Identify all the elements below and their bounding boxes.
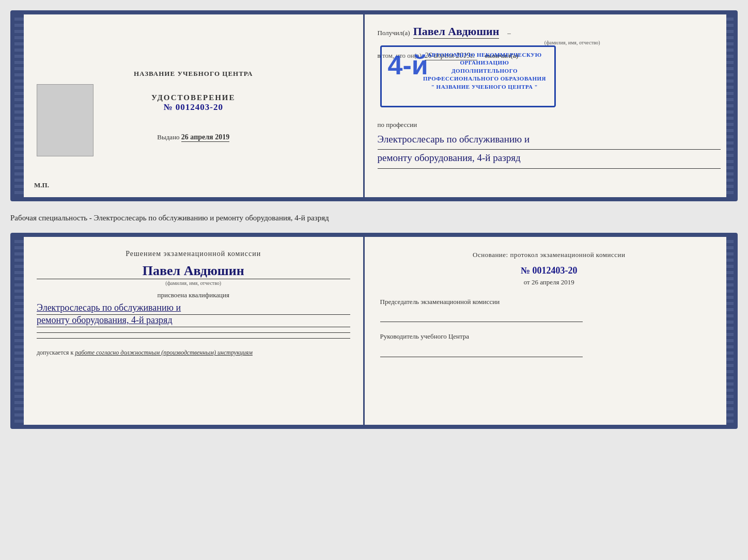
bottom-document: Решением экзаменационной комиссии Павел … [10, 233, 738, 429]
poluchil-line: Получил(а) Павел Авдюшин – [378, 25, 721, 39]
rukovoditel-signature-line [380, 346, 583, 357]
predsedatel-signature-line [380, 311, 583, 322]
description-line: Рабочая специальность - Электрослесарь п… [10, 211, 738, 223]
vtom-prefix: в том, что он(а) [378, 52, 422, 60]
ot-line: от 26 апреля 2019 [380, 278, 719, 286]
vydano-date: 26 апреля 2019 [181, 133, 229, 142]
qual-line1: Электрослесарь по обслуживанию и [37, 302, 350, 315]
prisvoena-label: присвоена квалификация [37, 291, 350, 299]
top-left-title: НАЗВАНИЕ УЧЕБНОГО ЦЕНТРА [134, 70, 253, 78]
rukovoditel-label: Руководитель учебного Центра [380, 331, 719, 342]
bottom-left-spine [14, 237, 24, 425]
profession-section: по профессии Электрослесарь по обслужива… [378, 120, 721, 169]
po-professii-label: по профессии [378, 121, 417, 129]
top-right-spine [726, 14, 734, 197]
dopuskaetsya-line: допускается к работе согласно должностны… [37, 349, 350, 357]
vtom-date: 26 апреля 2019г. [425, 52, 477, 60]
rukovoditel-block: Руководитель учебного Центра [380, 331, 719, 357]
top-left-page: НАЗВАНИЕ УЧЕБНОГО ЦЕНТРА УДОСТОВЕРЕНИЕ №… [24, 14, 365, 197]
fio-label-top: (фамилия, имя, отчество) [424, 40, 721, 45]
osnovanie-text: Основание: протокол экзаменационной коми… [380, 250, 719, 260]
underline1 [37, 332, 350, 333]
ot-date: 26 апреля 2019 [532, 278, 574, 286]
bottom-name: Павел Авдюшин [37, 263, 350, 279]
udostoverenie-label: УДОСТОВЕРЕНИЕ [151, 93, 236, 102]
stamp-line2: ДОПОЛНИТЕЛЬНОГО ПРОФЕССИОНАЛЬНОГО ОБРАЗО… [422, 67, 548, 83]
vtom-line: в том, что он(а) 26 апреля 2019г. окончи… [378, 52, 721, 60]
page-wrapper: НАЗВАНИЕ УЧЕБНОГО ЦЕНТРА УДОСТОВЕРЕНИЕ №… [10, 10, 738, 429]
vydano-prefix: Выдано [157, 133, 179, 141]
profession-line2: ремонту оборудования, 4-й разряд [378, 150, 721, 168]
ot-prefix: от [524, 278, 530, 286]
bottom-right-page: Основание: протокол экзаменационной коми… [365, 237, 734, 425]
dopuskaetsya-prefix: допускается к [37, 349, 73, 356]
poluchil-prefix: Получил(а) [378, 29, 410, 37]
vydano-line: Выдано 26 апреля 2019 [157, 133, 229, 142]
top-left-spine [14, 14, 24, 197]
protocol-number: № 0012403-20 [380, 265, 719, 276]
resheniyem-title: Решением экзаменационной комиссии [37, 250, 350, 258]
stamp-line3: " НАЗВАНИЕ УЧЕБНОГО ЦЕНТРА " [422, 83, 548, 91]
udostoverenie-block: УДОСТОВЕРЕНИЕ № 0012403-20 [151, 93, 236, 113]
bottom-left-page: Решением экзаменационной комиссии Павел … [24, 237, 365, 425]
underline2 [37, 338, 350, 339]
qual-line2: ремонту оборудования, 4-й разряд [37, 315, 350, 327]
top-right-page: Получил(а) Павел Авдюшин – (фамилия, имя… [365, 14, 734, 197]
description-text: Рабочая специальность - Электрослесарь п… [10, 214, 329, 222]
predsedatel-label: Председатель экзаменационной комиссии [380, 297, 719, 307]
udostoverenie-number: № 0012403-20 [151, 102, 236, 113]
mp-label: М.П. [34, 181, 49, 189]
predsedatel-block: Председатель экзаменационной комиссии [380, 297, 719, 323]
okonchil-label: окончил(а) [485, 52, 518, 60]
bottom-fio-label: (фамилия, имя, отчество) [37, 280, 350, 286]
bottom-right-spine [726, 237, 734, 425]
dopuskaetsya-text: работе согласно должностным (производств… [75, 349, 253, 356]
poluchil-name: Павел Авдюшин [413, 25, 500, 39]
photo-placeholder [37, 84, 93, 156]
profession-line1: Электрослесарь по обслуживанию и [378, 131, 721, 150]
top-document: НАЗВАНИЕ УЧЕБНОГО ЦЕНТРА УДОСТОВЕРЕНИЕ №… [10, 10, 738, 201]
